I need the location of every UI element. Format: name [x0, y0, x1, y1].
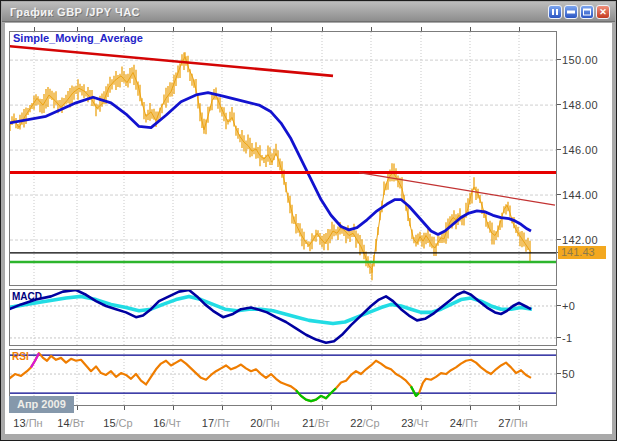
sma-indicator-label: Simple_Moving_Average	[13, 32, 143, 44]
y-axis-label: 150.00	[562, 54, 598, 66]
x-axis-tick	[470, 27, 471, 31]
x-axis-label: 23/Чт	[391, 417, 439, 429]
rsi-axis-tick	[557, 373, 561, 374]
macd-panel[interactable]	[9, 289, 557, 346]
x-axis-tick	[421, 27, 422, 31]
rsi-axis-label: 50	[562, 368, 575, 380]
y-axis-tick	[557, 59, 561, 60]
macd-indicator-label: MACD	[12, 291, 42, 302]
x-axis-tick	[322, 27, 323, 31]
x-axis-tick	[519, 27, 520, 31]
month-badge: Апр 2009	[9, 396, 74, 413]
maximize-button[interactable]	[580, 5, 594, 19]
x-axis-tick	[322, 406, 323, 410]
close-icon: ✕	[599, 8, 607, 17]
price-chart-panel[interactable]	[9, 31, 557, 286]
x-axis-tick	[124, 27, 125, 31]
x-axis-label: 24/Пт	[440, 417, 488, 429]
x-axis-tick	[371, 27, 372, 31]
y-axis-label: 146.00	[562, 144, 598, 156]
macd-axis-label: -1	[562, 332, 573, 344]
freeze-button[interactable]	[548, 5, 562, 19]
x-axis-label: 14/Вт	[47, 417, 95, 429]
x-axis-tick	[173, 27, 174, 31]
macd-axis-tick	[557, 305, 561, 306]
title-bar[interactable]: График GBP /JPY ЧАС ✕	[2, 2, 615, 22]
rsi-panel[interactable]	[9, 349, 557, 406]
x-axis-label: 27/Пн	[489, 417, 537, 429]
x-axis-tick	[34, 27, 35, 31]
macd-canvas	[10, 290, 556, 345]
x-axis-tick	[271, 406, 272, 410]
y-axis-label: 142.00	[562, 234, 598, 246]
y-axis-tick	[557, 194, 561, 195]
x-axis-tick	[222, 406, 223, 410]
x-axis-tick	[470, 406, 471, 410]
current-price-badge: 141.43	[558, 246, 606, 259]
x-axis-tick	[77, 27, 78, 31]
x-axis-tick	[421, 406, 422, 410]
y-axis-tick	[557, 149, 561, 150]
y-axis-tick	[557, 104, 561, 105]
x-axis-tick	[371, 406, 372, 410]
window-title: График GBP /JPY ЧАС	[10, 6, 140, 18]
minimize-icon	[567, 11, 575, 14]
x-axis-tick	[271, 27, 272, 31]
rsi-canvas	[10, 350, 556, 405]
macd-axis-label: +0	[562, 300, 575, 312]
x-axis-label: 13/Пн	[4, 417, 52, 429]
y-axis-tick	[557, 239, 561, 240]
pause-icon	[552, 9, 558, 15]
close-button[interactable]: ✕	[596, 5, 610, 19]
macd-axis-tick	[557, 337, 561, 338]
x-axis-label: 21/Вт	[292, 417, 340, 429]
x-axis-tick	[173, 406, 174, 410]
maximize-icon	[583, 9, 591, 16]
y-axis-label: 148.00	[562, 99, 598, 111]
x-axis-label: 15/Ср	[94, 417, 142, 429]
x-axis-tick	[77, 406, 78, 410]
rsi-indicator-label: RSI	[12, 351, 29, 362]
x-axis-tick	[519, 406, 520, 410]
window-controls: ✕	[548, 5, 610, 19]
minimize-button[interactable]	[564, 5, 578, 19]
x-axis-label: 20/Пн	[241, 417, 289, 429]
x-axis-label: 16/Чт	[143, 417, 191, 429]
x-axis-tick	[124, 406, 125, 410]
chart-window: График GBP /JPY ЧАС ✕ Simple_Moving_Aver…	[0, 0, 617, 441]
x-axis-label: 22/Ср	[341, 417, 389, 429]
y-axis-label: 144.00	[562, 189, 598, 201]
x-axis-tick	[222, 27, 223, 31]
price-chart-canvas	[10, 32, 556, 285]
x-axis-label: 17/Пт	[192, 417, 240, 429]
